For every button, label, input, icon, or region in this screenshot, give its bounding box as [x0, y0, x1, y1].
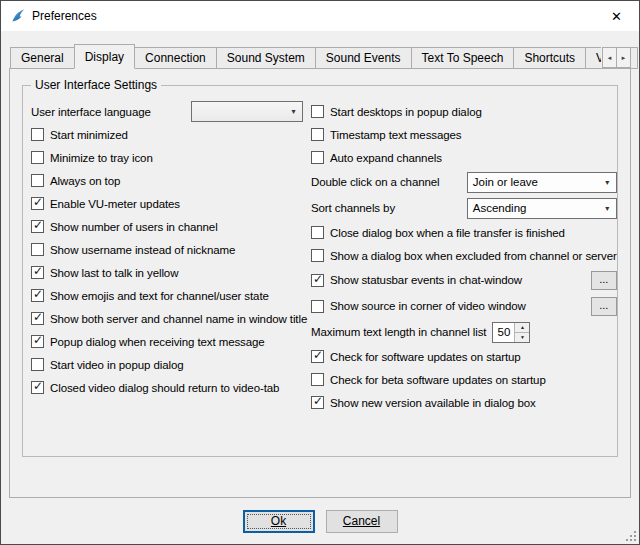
tab-connection[interactable]: Connection [134, 47, 217, 69]
checkbox-vu-meter-updates[interactable]: Enable VU-meter updates [31, 192, 303, 215]
checkbox-box[interactable] [31, 174, 44, 187]
checkbox-box[interactable] [31, 243, 44, 256]
checkbox-box[interactable] [311, 226, 324, 239]
checkbox-box[interactable] [311, 373, 324, 386]
tab-shortcuts[interactable]: Shortcuts [513, 47, 586, 69]
checkbox-box[interactable] [311, 396, 324, 409]
checkbox-label: Show username instead of nickname [50, 244, 235, 256]
checkbox-always-on-top[interactable]: Always on top [31, 169, 303, 192]
checkbox-box[interactable] [31, 381, 44, 394]
video-source-more-button[interactable]: ... [591, 297, 617, 316]
checkbox-box[interactable] [31, 128, 44, 141]
checkbox-start-minimized[interactable]: Start minimized [31, 123, 303, 146]
checkbox-box[interactable] [31, 266, 44, 279]
checkbox-popup-on-text-message[interactable]: Popup dialog when receiving text message [31, 330, 303, 353]
checkbox-box[interactable] [311, 350, 324, 363]
ok-button[interactable]: Ok [243, 510, 315, 533]
spin-down-icon[interactable]: ▼ [515, 332, 529, 342]
close-button[interactable]: ✕ [594, 1, 639, 31]
checkbox-auto-expand-channels[interactable]: Auto expand channels [311, 146, 617, 169]
checkbox-box[interactable] [311, 105, 324, 118]
spinner-value[interactable]: 50 [493, 323, 514, 342]
checkbox-box[interactable] [311, 128, 324, 141]
checkbox-label: Popup dialog when receiving text message [50, 336, 265, 348]
checkbox-close-on-file-transfer[interactable]: Close dialog box when a file transfer is… [311, 221, 617, 244]
sort-channels-value: Ascending [473, 202, 527, 214]
checkbox-label: Enable VU-meter updates [50, 198, 180, 210]
checkbox-label: Check for software updates on startup [330, 351, 521, 363]
tab-general[interactable]: General [10, 47, 75, 69]
checkbox-label: Show emojis and text for channel/user st… [50, 290, 269, 302]
app-icon [10, 8, 26, 24]
checkbox-desktops-popup-dialog[interactable]: Start desktops in popup dialog [311, 100, 617, 123]
checkbox-box[interactable] [311, 274, 324, 287]
checkbox-label: Always on top [50, 175, 120, 187]
checkbox-label: Start video in popup dialog [50, 359, 183, 371]
checkbox-label: Show source in corner of video window [330, 300, 526, 312]
checkbox-show-new-version[interactable]: Show new version available in dialog box [311, 391, 617, 414]
checkbox-video-source-corner[interactable]: Show source in corner of video window ..… [311, 293, 617, 319]
checkbox-minimize-to-tray[interactable]: Minimize to tray icon [31, 146, 303, 169]
checkbox-box[interactable] [31, 335, 44, 348]
checkbox-check-beta-updates[interactable]: Check for beta software updates on start… [311, 368, 617, 391]
tab-sound-events[interactable]: Sound Events [315, 47, 412, 69]
checkbox-box[interactable] [311, 300, 324, 313]
checkbox-label: Show statusbar events in chat-window [330, 274, 522, 286]
checkbox-label: Show number of users in channel [50, 221, 218, 233]
window-title: Preferences [32, 9, 97, 23]
title-bar[interactable]: Preferences ✕ [1, 1, 639, 31]
checkbox-closed-video-return-tab[interactable]: Closed video dialog should return to vid… [31, 376, 303, 399]
sort-channels-row: Sort channels by Ascending ▾ [311, 195, 617, 221]
checkbox-box[interactable] [31, 220, 44, 233]
checkbox-label: Closed video dialog should return to vid… [50, 382, 279, 394]
sort-channels-label: Sort channels by [311, 202, 395, 214]
checkbox-box[interactable] [31, 151, 44, 164]
checkbox-dialog-when-excluded[interactable]: Show a dialog box when excluded from cha… [311, 244, 617, 267]
checkbox-box[interactable] [31, 197, 44, 210]
checkbox-box[interactable] [31, 289, 44, 302]
footer: Ok Cancel [1, 498, 639, 544]
double-click-value: Join or leave [473, 176, 538, 188]
double-click-label: Double click on a channel [311, 176, 440, 188]
checkbox-label: Auto expand channels [330, 152, 442, 164]
tab-display[interactable]: Display [74, 44, 135, 69]
cancel-button[interactable]: Cancel [326, 510, 398, 533]
checkbox-label: Show new version available in dialog box [330, 397, 536, 409]
checkbox-label: Start desktops in popup dialog [330, 106, 482, 118]
double-click-select[interactable]: Join or leave ▾ [467, 172, 617, 193]
checkbox-username-instead-nickname[interactable]: Show username instead of nickname [31, 238, 303, 261]
left-column: User interface language ▾ Start minimize… [31, 100, 303, 414]
max-text-length-row: Maximum text length in channel list 50 ▲… [311, 319, 617, 345]
checkbox-statusbar-events[interactable]: Show statusbar events in chat-window ... [311, 267, 617, 293]
tab-scroll-right-icon[interactable]: ► [616, 47, 631, 68]
checkbox-box[interactable] [31, 358, 44, 371]
checkbox-label: Start minimized [50, 129, 128, 141]
max-text-spinner[interactable]: 50 ▲ ▼ [492, 322, 530, 343]
chevron-down-icon: ▾ [599, 173, 616, 192]
tab-sound-system[interactable]: Sound System [216, 47, 316, 69]
spin-up-icon[interactable]: ▲ [515, 323, 529, 332]
checkbox-timestamp-messages[interactable]: Timestamp text messages [311, 123, 617, 146]
language-select[interactable]: ▾ [191, 101, 303, 122]
preferences-window: Preferences ✕ General Display Connection… [0, 0, 640, 545]
checkbox-label: Close dialog box when a file transfer is… [330, 227, 565, 239]
checkbox-server-channel-in-title[interactable]: Show both server and channel name in win… [31, 307, 303, 330]
checkbox-video-popup-dialog[interactable]: Start video in popup dialog [31, 353, 303, 376]
checkbox-label: Timestamp text messages [330, 129, 461, 141]
checkbox-last-to-talk-yellow[interactable]: Show last to talk in yellow [31, 261, 303, 284]
checkbox-box[interactable] [311, 249, 324, 262]
sort-channels-select[interactable]: Ascending ▾ [467, 198, 617, 219]
chevron-down-icon: ▾ [599, 199, 616, 218]
tab-scroll-left-icon[interactable]: ◄ [602, 47, 617, 68]
resize-grip[interactable] [624, 529, 637, 542]
checkbox-box[interactable] [311, 151, 324, 164]
tab-text-to-speech[interactable]: Text To Speech [411, 47, 515, 69]
checkbox-emojis-text-state[interactable]: Show emojis and text for channel/user st… [31, 284, 303, 307]
checkbox-label: Check for beta software updates on start… [330, 374, 546, 386]
checkbox-show-user-count[interactable]: Show number of users in channel [31, 215, 303, 238]
checkbox-box[interactable] [31, 312, 44, 325]
tab-strip: General Display Connection Sound System … [10, 44, 631, 69]
right-column: Start desktops in popup dialog Timestamp… [311, 100, 617, 414]
statusbar-events-more-button[interactable]: ... [591, 271, 617, 290]
checkbox-check-updates[interactable]: Check for software updates on startup [311, 345, 617, 368]
